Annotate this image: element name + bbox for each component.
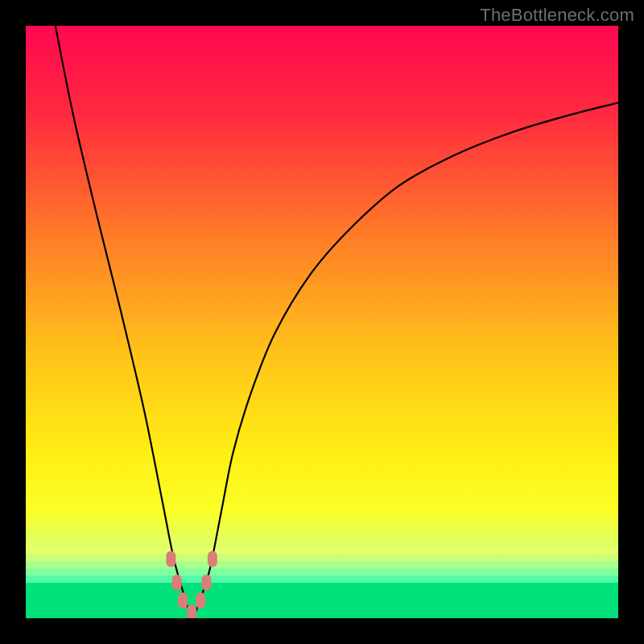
green-band <box>26 583 618 618</box>
curve-marker <box>196 592 205 609</box>
plot-area <box>26 26 618 618</box>
curve-marker <box>208 551 217 567</box>
curve-marker <box>178 592 188 609</box>
green-band <box>26 561 618 568</box>
curve-marker <box>172 575 182 591</box>
watermark-text: TheBottleneck.com <box>480 5 634 26</box>
gradient-background <box>26 26 618 618</box>
curve-marker <box>187 605 196 618</box>
green-band <box>26 568 618 576</box>
curve-marker <box>166 551 175 567</box>
curve-marker <box>201 575 211 591</box>
green-band <box>26 555 618 562</box>
chart-svg <box>26 26 618 618</box>
chart-frame: TheBottleneck.com <box>0 0 644 644</box>
green-band <box>26 576 618 583</box>
green-band-group <box>26 547 618 618</box>
green-band <box>26 547 618 555</box>
